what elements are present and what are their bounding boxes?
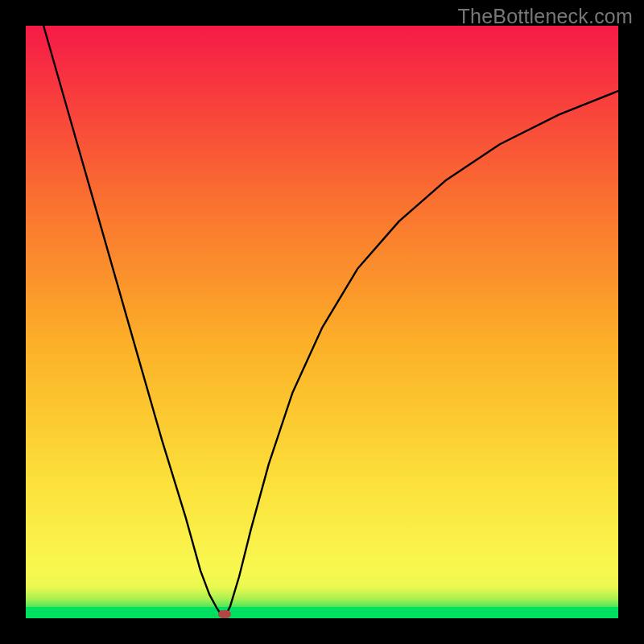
- curve-right-branch: [225, 91, 618, 618]
- watermark-text: TheBottleneck.com: [458, 5, 633, 28]
- bottleneck-curve: [26, 26, 618, 618]
- minimum-marker: [218, 610, 231, 618]
- curve-left-branch: [43, 26, 225, 618]
- plot-area: [26, 26, 618, 618]
- chart-frame: TheBottleneck.com: [0, 0, 644, 644]
